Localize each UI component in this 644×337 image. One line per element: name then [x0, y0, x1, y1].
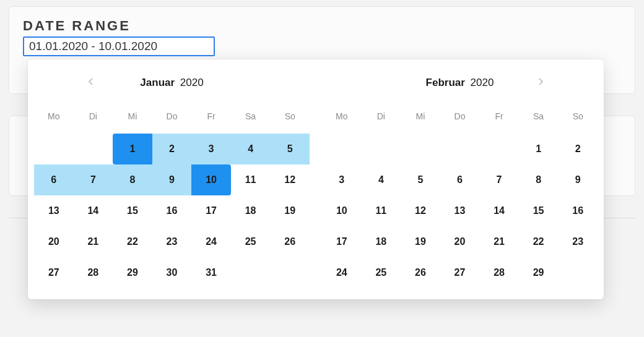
calendar-day[interactable]: 12 [270, 164, 310, 195]
calendar-day[interactable]: 3 [191, 134, 231, 164]
weekday-label: Mi [401, 105, 440, 134]
calendar-day[interactable]: 24 [322, 257, 362, 288]
calendar-day[interactable]: 2 [152, 134, 192, 164]
calendar-empty-cell [231, 257, 271, 288]
day-label: 22 [113, 226, 152, 257]
calendar-day[interactable]: 15 [113, 195, 152, 226]
calendar-day[interactable]: 20 [34, 226, 74, 257]
calendar-day[interactable]: 7 [479, 164, 519, 195]
calendar-day[interactable]: 14 [479, 195, 519, 226]
day-label: 31 [191, 257, 231, 288]
calendar-day[interactable]: 1 [113, 134, 152, 164]
calendar-day[interactable]: 7 [74, 164, 113, 195]
calendar-day[interactable]: 21 [74, 226, 113, 257]
calendar-month-left: Januar 2020 MoDiMiDoFrSaSo 1234567891011… [28, 68, 316, 288]
calendar-day[interactable]: 24 [191, 226, 231, 257]
day-label: 17 [322, 226, 362, 257]
month-year: 2020 [180, 77, 204, 88]
day-label: 20 [34, 226, 74, 257]
prev-month-button[interactable] [82, 74, 100, 92]
calendar-day[interactable]: 11 [231, 164, 271, 195]
weekday-label: Mo [34, 105, 74, 134]
weekday-label: Mi [113, 105, 152, 134]
calendar-day[interactable]: 30 [152, 257, 192, 288]
day-label: 27 [440, 257, 480, 288]
calendar-day[interactable]: 8 [113, 164, 152, 195]
calendar-day[interactable]: 6 [440, 164, 480, 195]
weekday-label: Sa [519, 105, 559, 134]
weekday-label: Do [152, 105, 192, 134]
calendar-day[interactable]: 6 [34, 164, 74, 195]
day-label: 19 [270, 195, 310, 226]
calendar-day[interactable]: 26 [270, 226, 310, 257]
calendar-day[interactable]: 25 [362, 257, 401, 288]
calendar-day[interactable]: 14 [74, 195, 113, 226]
day-label: 28 [479, 257, 519, 288]
calendar-day[interactable]: 10 [322, 195, 362, 226]
calendar-day[interactable]: 9 [558, 164, 598, 195]
calendar-day[interactable]: 8 [519, 164, 559, 195]
day-label [362, 134, 401, 164]
calendar-grid-right: MoDiMiDoFrSaSo 1234567891011121314151617… [322, 105, 598, 288]
calendar-day[interactable]: 13 [440, 195, 480, 226]
calendar-day[interactable]: 17 [191, 195, 231, 226]
calendar-day[interactable]: 22 [519, 226, 559, 257]
month-title-right: Februar 2020 [426, 77, 494, 89]
calendar-day[interactable]: 4 [231, 134, 271, 164]
day-label: 6 [440, 164, 480, 195]
calendar-day[interactable]: 19 [401, 226, 440, 257]
calendar-day[interactable]: 3 [322, 164, 362, 195]
day-label: 29 [519, 257, 559, 288]
day-label: 24 [322, 257, 362, 288]
calendar-day[interactable]: 28 [74, 257, 113, 288]
calendar-day[interactable]: 27 [440, 257, 480, 288]
calendar-day[interactable]: 11 [362, 195, 401, 226]
day-label: 9 [152, 164, 192, 195]
day-label: 16 [152, 195, 192, 226]
calendar-day[interactable]: 28 [479, 257, 519, 288]
calendar-day[interactable]: 9 [152, 164, 192, 195]
day-label [74, 134, 113, 164]
calendar-day[interactable]: 16 [152, 195, 192, 226]
weekday-label: Do [440, 105, 480, 134]
calendar-day[interactable]: 29 [113, 257, 152, 288]
day-label [34, 134, 74, 164]
date-range-input[interactable] [23, 36, 215, 56]
calendar-day[interactable]: 13 [34, 195, 74, 226]
calendar-day[interactable]: 4 [362, 164, 401, 195]
calendar-day[interactable]: 16 [558, 195, 598, 226]
day-label: 26 [401, 257, 440, 288]
calendar-day[interactable]: 5 [270, 134, 310, 164]
calendar-empty-cell [270, 257, 310, 288]
month-title-left: Januar 2020 [140, 77, 203, 89]
calendar-day[interactable]: 21 [479, 226, 519, 257]
calendar-day[interactable]: 29 [519, 257, 559, 288]
next-month-button[interactable] [532, 74, 549, 92]
calendar-empty-cell [34, 134, 74, 164]
calendar-day[interactable]: 26 [401, 257, 440, 288]
calendar-day[interactable]: 20 [440, 226, 480, 257]
calendar-empty-cell [74, 134, 113, 164]
day-label: 25 [231, 226, 271, 257]
calendar-empty-cell [479, 134, 519, 164]
calendar-day[interactable]: 27 [34, 257, 74, 288]
calendar-day[interactable]: 15 [519, 195, 559, 226]
day-label: 14 [74, 195, 113, 226]
calendar-day[interactable]: 22 [113, 226, 152, 257]
calendar-day[interactable]: 10 [191, 164, 231, 195]
calendar-day[interactable]: 23 [152, 226, 192, 257]
calendar-day[interactable]: 31 [191, 257, 231, 288]
day-label: 20 [440, 226, 480, 257]
calendar-day[interactable]: 25 [231, 226, 271, 257]
calendar-day[interactable]: 18 [231, 195, 271, 226]
calendar-empty-cell [362, 134, 401, 164]
calendar-day[interactable]: 23 [558, 226, 598, 257]
calendar-day[interactable]: 17 [322, 226, 362, 257]
calendar-day[interactable]: 5 [401, 164, 440, 195]
weekday-label: Di [362, 105, 401, 134]
calendar-day[interactable]: 2 [558, 134, 598, 164]
calendar-day[interactable]: 12 [401, 195, 440, 226]
calendar-day[interactable]: 18 [362, 226, 401, 257]
calendar-day[interactable]: 19 [270, 195, 310, 226]
calendar-day[interactable]: 1 [519, 134, 559, 164]
